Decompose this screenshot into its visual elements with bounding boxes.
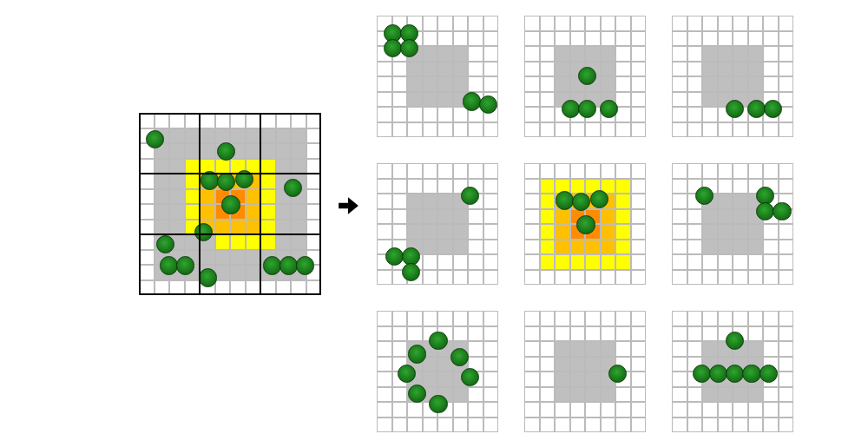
grid-cell [555, 254, 570, 270]
grid-cell [377, 311, 392, 326]
grid-cell [687, 224, 703, 240]
agent-marker [429, 332, 447, 350]
grid-cell [407, 402, 423, 418]
grid-cell [169, 280, 185, 296]
grid-cell [276, 220, 292, 235]
grid-cell [615, 402, 631, 418]
grid-cell [733, 46, 748, 62]
grid-cell [139, 250, 155, 266]
grid-cell [392, 224, 408, 240]
grid-cell [483, 402, 499, 418]
grid-cell [748, 387, 764, 403]
grid-cell [748, 224, 764, 240]
grid-cell [524, 194, 540, 209]
grid-cell [555, 122, 570, 138]
grid-cell [453, 240, 469, 255]
grid-cell [246, 234, 261, 250]
grid-cell [524, 326, 540, 342]
grid-cell [200, 250, 215, 266]
grid-cell [672, 179, 687, 194]
grid-cell [672, 62, 687, 77]
grid-cell [702, 163, 718, 179]
grid-cell [687, 209, 703, 225]
grid-cell [631, 76, 647, 92]
grid-cell [524, 311, 540, 326]
grid-cell [276, 159, 292, 174]
grid-cell [555, 224, 570, 240]
grid-cell [733, 62, 748, 77]
grid-cell [407, 194, 423, 209]
grid-cell [555, 270, 570, 286]
grid-cell [631, 62, 647, 77]
grid-cell [524, 402, 540, 418]
grid-cell [733, 418, 748, 433]
grid-cell [615, 62, 631, 77]
grid-cell [763, 224, 779, 240]
grid-cell [687, 31, 703, 47]
grid-cell [540, 326, 556, 342]
grid-cell [615, 16, 631, 31]
grid-cell [246, 128, 261, 144]
grid-cell [779, 418, 794, 433]
grid-cell [585, 254, 601, 270]
grid-cell [540, 311, 556, 326]
grid-cell [377, 122, 392, 138]
grid-cell [139, 174, 155, 189]
grid-cell [702, 341, 718, 357]
grid-cell [291, 113, 306, 128]
grid-cell [139, 189, 155, 205]
grid-cell [437, 372, 453, 387]
grid-cell [702, 270, 718, 286]
grid-cell [601, 326, 616, 342]
sub-1-2 [672, 163, 793, 285]
grid-cell [585, 311, 601, 326]
grid-cell [407, 326, 423, 342]
grid-cell [631, 107, 647, 122]
grid-cell [763, 326, 779, 342]
grid-cell [468, 163, 483, 179]
grid-cell [423, 163, 438, 179]
grid-cell [524, 254, 540, 270]
grid-cell [540, 179, 556, 194]
grid-cell [524, 209, 540, 225]
grid-cell [215, 113, 231, 128]
grid-cell [215, 220, 231, 235]
grid-cell [540, 418, 556, 433]
grid-cell [392, 163, 408, 179]
grid-cell [468, 31, 483, 47]
grid-cell [260, 220, 276, 235]
grid-cell [748, 62, 764, 77]
grid-cell [483, 16, 499, 31]
grid-cell [453, 418, 469, 433]
grid-cell [718, 270, 733, 286]
grid-cell [453, 62, 469, 77]
grid-cell [185, 204, 201, 220]
grid-cell [423, 16, 438, 31]
grid-cell [779, 254, 794, 270]
grid-cell [779, 62, 794, 77]
grid-cell [437, 194, 453, 209]
grid-cell [423, 76, 438, 92]
grid-cell [718, 46, 733, 62]
grid-cell [291, 159, 306, 174]
grid-cell [246, 113, 261, 128]
grid-cell [672, 341, 687, 357]
grid-cell [555, 62, 570, 77]
grid-cell [555, 311, 570, 326]
grid-cell [687, 341, 703, 357]
grid-cell [524, 46, 540, 62]
grid-cell [615, 326, 631, 342]
grid-cell [748, 270, 764, 286]
grid-cell [631, 240, 647, 255]
grid-cell [407, 76, 423, 92]
grid-cell [601, 418, 616, 433]
grid-cell [468, 270, 483, 286]
grid-cell [377, 179, 392, 194]
grid-cell [437, 179, 453, 194]
grid-cell [555, 387, 570, 403]
grid-cell [615, 311, 631, 326]
grid-cell [437, 418, 453, 433]
grid-cell [718, 16, 733, 31]
grid-cell [407, 62, 423, 77]
grid-cell [524, 357, 540, 372]
